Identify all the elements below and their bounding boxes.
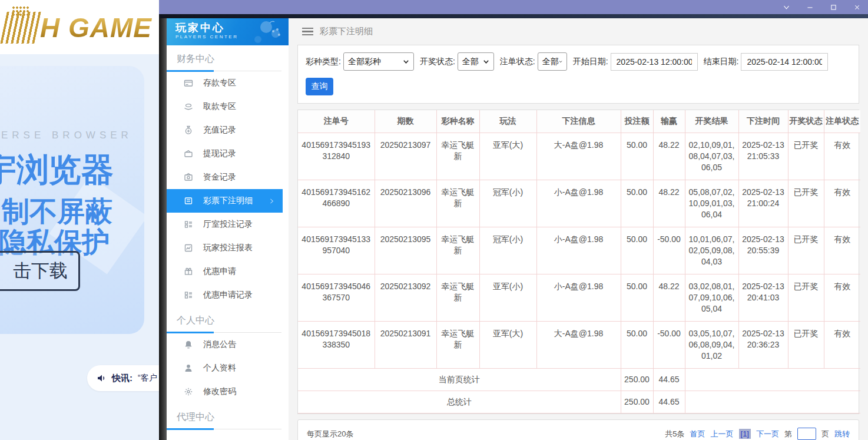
sidebar-header: 玩家中心 PLAYERS CENTER	[167, 18, 289, 45]
cell: -50.00	[653, 227, 685, 274]
cell: 亚军(大)	[479, 321, 536, 368]
draw-status-value: 全部	[462, 57, 479, 67]
start-date-input[interactable]	[611, 53, 698, 71]
maximize-icon[interactable]	[830, 4, 837, 11]
cell: 小-A盘@1.98	[536, 227, 621, 274]
sidebar-item-label: 个人资料	[203, 363, 236, 373]
ad-tagline: ERSE BROWSER	[1, 130, 132, 141]
cell: 幸运飞艇新	[436, 227, 479, 274]
cell: 401569173945046367570	[298, 274, 375, 321]
close-icon[interactable]	[853, 4, 861, 11]
cell: 48.22	[653, 133, 685, 180]
hh-game-logo: H GAME	[4, 9, 152, 44]
cell: 有效	[824, 227, 860, 274]
recharge-bag-icon	[184, 125, 193, 135]
prev-page-link[interactable]: 上一页	[711, 429, 734, 439]
column-header: 下注时间	[738, 110, 788, 133]
lottery-type-select[interactable]: 全部彩种	[343, 52, 414, 71]
cell: 亚军(小)	[479, 274, 536, 321]
news-label: 快讯:	[112, 373, 132, 384]
cell: 02,10,09,01,08,04,07,03,06,05	[685, 133, 738, 180]
draw-status-label: 开奖状态:	[420, 57, 455, 67]
gear-icon	[184, 387, 193, 396]
summary-win-loss: 44.65	[653, 391, 685, 413]
cell: 幸运飞艇新	[436, 180, 479, 227]
next-page-link[interactable]: 下一页	[756, 429, 779, 439]
sidebar-item-优惠申请[interactable]: 优惠申请	[167, 260, 289, 283]
lottery-type-value: 全部彩种	[348, 57, 381, 67]
sidebar-item-厅室投注记录[interactable]: 厅室投注记录	[167, 213, 289, 236]
main-window: 玩家中心 PLAYERS CENTER	[159, 0, 868, 440]
summary-row: 总统计 250.00 44.65	[298, 391, 860, 413]
logo-text: H GAME	[40, 12, 152, 44]
sidebar-item-资金记录[interactable]: 资金记录	[167, 166, 289, 189]
chevron-right-icon	[269, 198, 275, 204]
window-top-edge	[159, 14, 868, 18]
cell: 幸运飞艇新	[436, 274, 479, 321]
window-body: 玩家中心 PLAYERS CENTER	[159, 18, 868, 440]
cell: 50.00	[621, 274, 653, 321]
content: 彩票下注明细 彩种类型: 全部彩种 开奖状态: 全部	[289, 18, 868, 440]
cell: 401569173945162466890	[298, 180, 375, 227]
sidebar-section-title: 个人中心	[167, 307, 281, 333]
draw-status-select[interactable]: 全部	[458, 52, 494, 71]
sidebar: 玩家中心 PLAYERS CENTER	[167, 18, 289, 440]
order-status-select[interactable]: 全部	[538, 52, 567, 71]
sidebar-item-消息公告[interactable]: 消息公告	[167, 333, 289, 356]
deposit-card-icon	[184, 78, 193, 88]
end-date-input[interactable]	[741, 53, 828, 71]
sidebar-item-修改密码[interactable]: 修改密码	[167, 380, 289, 403]
bet-table: 注单号期数彩种名称玩法下注信息投注额输赢开奖结果下注时间开奖状态注单状态4015…	[298, 110, 860, 413]
cell: 10,01,06,07,02,05,09,08,04,03	[685, 227, 738, 274]
window-titlebar	[159, 0, 868, 14]
sidebar-item-label: 充值记录	[203, 125, 236, 135]
bell-icon	[184, 340, 193, 349]
cell: 20250213095	[375, 227, 436, 274]
page-jump-input[interactable]	[797, 428, 816, 440]
cell: 小-A盘@1.98	[536, 180, 621, 227]
download-button[interactable]: 击下载	[0, 251, 80, 291]
sidebar-item-提现记录[interactable]: 提现记录	[167, 142, 289, 166]
sidebar-item-存款专区[interactable]: 存款专区	[167, 71, 289, 95]
sidebar-item-充值记录[interactable]: 充值记录	[167, 118, 289, 142]
sidebar-item-label: 取款专区	[203, 101, 236, 112]
sidebar-item-label: 资金记录	[203, 172, 236, 183]
select-arrow-icon	[483, 58, 489, 65]
first-page-link[interactable]: 首页	[690, 429, 705, 439]
sidebar-item-个人资料[interactable]: 个人资料	[167, 356, 289, 380]
start-date-label: 开始日期:	[573, 57, 608, 67]
cell: 冠军(小)	[479, 227, 536, 274]
sidebar-item-玩家投注报表[interactable]: 玩家投注报表	[167, 236, 289, 260]
end-date-label: 结束日期:	[704, 57, 739, 67]
column-header: 输赢	[653, 110, 685, 133]
chevron-down-icon[interactable]	[783, 4, 790, 11]
hamburger-menu-icon[interactable]	[302, 28, 313, 36]
summary-bet-total: 250.00	[621, 368, 653, 391]
sidebar-section-title: 代理中心	[167, 403, 281, 429]
sidebar-item-彩票下注明细[interactable]: 彩票下注明细	[167, 189, 283, 213]
cell: 50.00	[621, 227, 653, 274]
cell: 2025-02-13 20:41:03	[738, 274, 788, 321]
cell: 05,08,07,02,10,09,01,03,06,04	[685, 180, 738, 227]
withdraw-hand-icon	[184, 102, 193, 111]
sidebar-item-取款专区[interactable]: 取款专区	[167, 95, 289, 118]
minimize-icon[interactable]	[806, 4, 814, 11]
search-button[interactable]: 查询	[306, 78, 333, 95]
screen: H GAME ERSE BROWSER 宇浏览器 制不屏蔽 隐私保护 击下载 快…	[0, 0, 868, 440]
filter-panel: 彩种类型: 全部彩种 开奖状态: 全部 注单状态: 全部	[297, 45, 859, 104]
summary-empty	[685, 368, 860, 391]
sidebar-item-label: 厅室投注记录	[203, 219, 253, 230]
sidebar-item-优惠申请记录[interactable]: 优惠申请记录	[167, 283, 289, 307]
column-header: 开奖结果	[685, 110, 738, 133]
promo-record-icon	[184, 290, 193, 300]
pagination-bar: 每页显示20条 共5条 首页 上一页 [1] 下一页 第 页 跳转	[297, 419, 859, 440]
select-arrow-icon	[403, 58, 409, 65]
sidebar-item-label: 存款专区	[203, 78, 236, 88]
jump-action-link[interactable]: 跳转	[834, 429, 850, 439]
summary-win-loss: 44.65	[653, 368, 685, 391]
jump-label-before: 第	[784, 429, 792, 439]
sidebar-item-label: 优惠申请	[203, 266, 236, 277]
cell: 2025-02-13 21:05:33	[738, 133, 788, 180]
cell: 20250213097	[375, 133, 436, 180]
total-count-text: 共5条	[665, 429, 684, 439]
